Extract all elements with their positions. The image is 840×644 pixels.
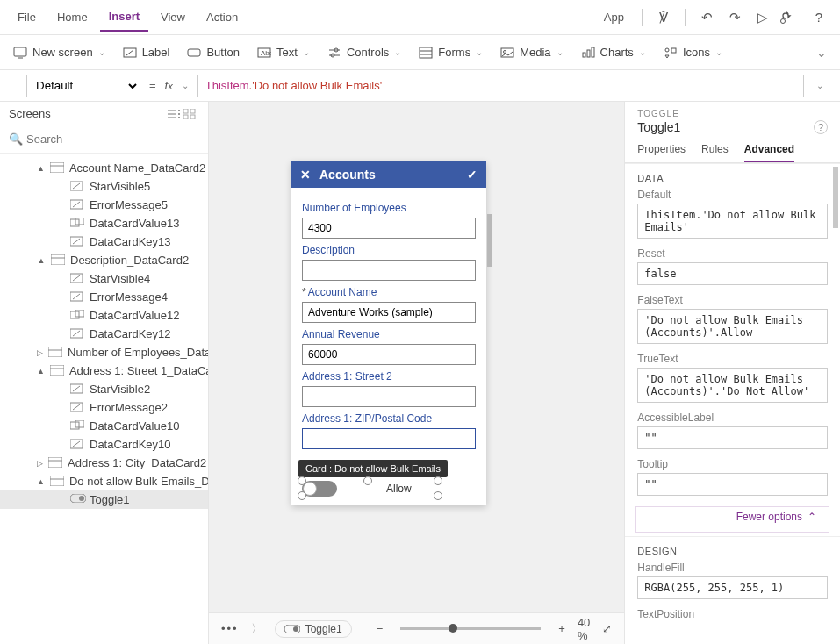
redo-icon[interactable]: ↷	[722, 10, 747, 25]
overflow-chevron[interactable]: ⌄	[816, 46, 827, 60]
properties-panel: TOGGLE Toggle1 ? Properties Rules Advanc…	[624, 102, 840, 644]
health-check-icon[interactable]: ℣	[651, 10, 676, 25]
menu-insert[interactable]: Insert	[100, 3, 148, 32]
zoom-in-button[interactable]: +	[558, 622, 565, 635]
app-button[interactable]: App	[595, 4, 633, 31]
svg-point-26	[178, 113, 180, 115]
fx-chevron-icon[interactable]: ⌄	[182, 81, 189, 90]
tree-node[interactable]: DataCardKey12	[0, 325, 208, 343]
label-button[interactable]: Label	[123, 46, 170, 59]
tab-rules[interactable]: Rules	[701, 143, 729, 162]
selection-handle[interactable]	[298, 476, 306, 485]
selection-handle[interactable]	[434, 476, 442, 485]
tree-node[interactable]: ▲Address 1: Street 1_DataCard	[0, 361, 208, 380]
selection-handle[interactable]	[434, 491, 442, 500]
forms-dropdown[interactable]: Forms⌄	[419, 46, 483, 59]
text-dropdown[interactable]: Abc Text⌄	[257, 46, 310, 59]
button-button[interactable]: Button	[187, 46, 240, 59]
property-selector[interactable]: Default	[26, 75, 140, 97]
field-input[interactable]	[302, 218, 476, 239]
svg-line-4	[126, 50, 133, 55]
panel-help-icon[interactable]: ?	[814, 120, 828, 134]
breadcrumb[interactable]: Toggle1	[275, 620, 352, 638]
tree-node[interactable]: StarVisible2	[0, 380, 208, 398]
tree-node[interactable]: ▷Address 1: City_DataCard2	[0, 454, 208, 472]
svg-rect-52	[48, 347, 62, 357]
property-label: Default	[637, 189, 828, 201]
property-value[interactable]: RGBA(255, 255, 255, 1)	[637, 576, 828, 599]
tree-node[interactable]: Toggle1	[0, 490, 208, 509]
property-value[interactable]: 'Do not allow Bulk Emails (Accounts)'.'D…	[637, 368, 828, 403]
play-icon[interactable]: ▷	[750, 10, 775, 25]
tree-node[interactable]: ▲Do not allow Bulk Emails_DataCard	[0, 472, 208, 490]
tree-view-icon[interactable]	[168, 109, 183, 119]
field-input[interactable]	[302, 428, 476, 449]
field-input[interactable]	[302, 344, 476, 365]
toggle-control[interactable]: Allow	[302, 481, 476, 497]
svg-rect-29	[190, 109, 195, 113]
field-label: Number of Employees	[302, 202, 476, 214]
property-value[interactable]: ThisItem.'Do not allow Bulk Emails'	[637, 204, 828, 239]
field-input[interactable]	[302, 386, 476, 407]
help-icon[interactable]: ?	[807, 10, 831, 25]
property-value[interactable]: 'Do not allow Bulk Emails (Accounts)'.Al…	[637, 309, 828, 344]
share-icon[interactable]	[779, 11, 803, 25]
selection-handle[interactable]	[298, 491, 306, 500]
tab-advanced[interactable]: Advanced	[744, 143, 794, 162]
tree-node[interactable]: DataCardKey13	[0, 233, 208, 251]
menu-file[interactable]: File	[9, 4, 45, 31]
expand-formula-icon[interactable]: ⌄	[813, 81, 827, 90]
ctl-icon	[70, 273, 84, 285]
card-icon	[48, 347, 62, 359]
tree-node[interactable]: ErrorMessage5	[0, 196, 208, 214]
tree-node[interactable]: ▲Account Name_DataCard2	[0, 159, 208, 177]
tree-node[interactable]: DataCardValue10	[0, 417, 208, 435]
tab-properties[interactable]: Properties	[637, 143, 686, 162]
fewer-options-button[interactable]: Fewer options⌃	[635, 506, 829, 533]
status-more-icon[interactable]: •••	[221, 622, 239, 635]
screens-panel: Screens 🔍 ▲Account Name_DataCard2StarVis…	[0, 102, 209, 644]
menu-action[interactable]: Action	[197, 4, 247, 31]
tree-node[interactable]: ▲Description_DataCard2	[0, 251, 208, 269]
tree-node[interactable]: ErrorMessage2	[0, 398, 208, 417]
tree-node[interactable]: ▷Number of Employees_DataCard	[0, 343, 208, 361]
formula-input[interactable]: ThisItem.'Do not allow Bulk Emails'	[197, 75, 804, 97]
search-input[interactable]	[23, 129, 199, 149]
tree-node[interactable]: StarVisible4	[0, 269, 208, 288]
field-input[interactable]	[302, 260, 476, 281]
control-name: Toggle1	[637, 120, 680, 134]
tree-node[interactable]: StarVisible5	[0, 177, 208, 196]
tree-node[interactable]: DataCardValue13	[0, 214, 208, 233]
preview-scrollbar[interactable]	[487, 214, 492, 267]
property-value[interactable]: false	[637, 262, 828, 285]
tree-node[interactable]: ErrorMessage4	[0, 288, 208, 306]
fit-screen-icon[interactable]: ⤢	[602, 622, 612, 635]
menu-view[interactable]: View	[152, 4, 194, 31]
check-icon[interactable]: ✓	[467, 168, 477, 182]
fx-label: fx	[165, 79, 173, 92]
tree-node[interactable]: DataCardValue12	[0, 306, 208, 325]
media-dropdown[interactable]: Media⌄	[500, 46, 563, 59]
undo-icon[interactable]: ↶	[694, 10, 719, 25]
tog-icon	[70, 494, 84, 506]
thumbnail-view-icon[interactable]	[183, 109, 199, 119]
field-input[interactable]	[302, 302, 476, 323]
controls-dropdown[interactable]: Controls⌄	[327, 46, 401, 59]
ctl-icon	[70, 199, 84, 211]
zoom-slider[interactable]	[400, 627, 541, 630]
selection-handle[interactable]	[363, 476, 372, 485]
svg-rect-18	[587, 50, 590, 57]
svg-rect-61	[75, 420, 84, 427]
close-icon[interactable]: ✕	[300, 168, 311, 182]
charts-dropdown[interactable]: Charts⌄	[581, 46, 646, 59]
zoom-out-button[interactable]: −	[377, 622, 384, 635]
panel-scrollbar[interactable]	[833, 167, 838, 228]
section-header: DESIGN	[625, 536, 840, 560]
menu-home[interactable]: Home	[48, 4, 97, 31]
controls-icon	[327, 47, 341, 59]
tree-node[interactable]: DataCardKey10	[0, 435, 208, 454]
property-value[interactable]: ""	[637, 473, 828, 496]
icons-dropdown[interactable]: Icons⌄	[664, 46, 722, 59]
new-screen-button[interactable]: New screen⌄	[13, 46, 105, 59]
property-value[interactable]: ""	[637, 426, 828, 449]
